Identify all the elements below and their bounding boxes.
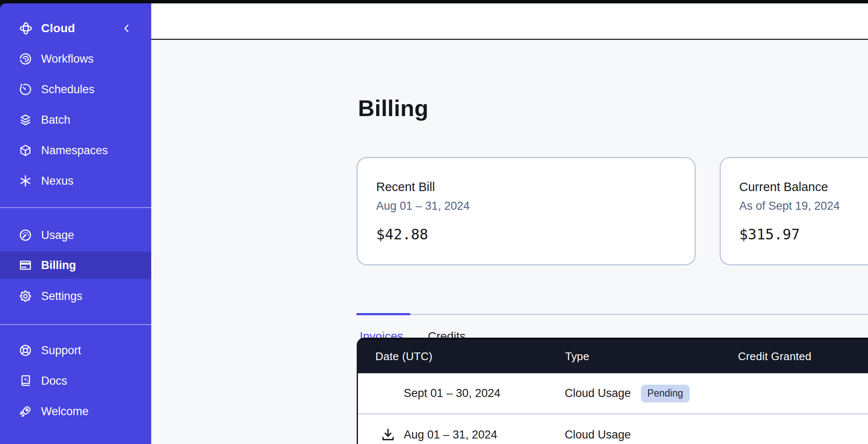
- column-header-credit: Credit Granted: [738, 339, 811, 373]
- invoice-type-cell: Cloud Usage Pending: [565, 373, 690, 413]
- top-bar: [151, 3, 868, 39]
- sidebar-item-namespaces[interactable]: Namespaces: [0, 137, 151, 164]
- settings-gear-icon: [19, 289, 32, 303]
- current-balance-card: Current Balance As of Sept 19, 2024 $315…: [720, 157, 868, 265]
- tab-track: [356, 314, 868, 315]
- status-badge: Pending: [641, 385, 689, 402]
- sidebar-item-label: Batch: [41, 114, 70, 127]
- sidebar-item-schedules[interactable]: Schedules: [0, 76, 151, 103]
- sidebar-item-nexus[interactable]: Nexus: [0, 167, 151, 194]
- chevron-left-icon: [121, 22, 133, 36]
- nexus-asterisk-icon: [19, 174, 32, 188]
- sidebar-divider: [0, 324, 151, 325]
- sidebar-item-docs[interactable]: Docs: [0, 367, 151, 394]
- sidebar-item-label: Billing: [41, 259, 76, 272]
- billing-page: Billing Recent Bill Aug 01 – 31, 2024 $4…: [151, 40, 868, 444]
- sidebar-item-label: Workflows: [41, 53, 94, 66]
- invoice-type: Cloud Usage: [565, 387, 631, 400]
- table-row: Aug 01 – 31, 2024 Cloud Usage: [358, 414, 868, 444]
- table-row: Sept 01 – 30, 2024 Cloud Usage Pending: [358, 373, 868, 414]
- sidebar-item-support[interactable]: Support: [0, 337, 151, 364]
- batch-layers-icon: [19, 113, 32, 127]
- download-icon: [380, 438, 396, 444]
- sidebar-item-batch[interactable]: Batch: [0, 106, 151, 133]
- table-body: Sept 01 – 30, 2024 Cloud Usage Pending: [357, 373, 868, 444]
- sidebar-item-label: Settings: [41, 290, 83, 303]
- card-amount: $315.97: [739, 226, 868, 243]
- workflows-spiral-icon: [19, 52, 32, 66]
- page-title: Billing: [358, 95, 428, 121]
- invoice-date: Sept 01 – 30, 2024: [404, 373, 500, 413]
- sidebar-item-workflows[interactable]: Workflows: [0, 45, 151, 72]
- active-tab-indicator: [356, 313, 410, 315]
- recent-bill-card: Recent Bill Aug 01 – 31, 2024 $42.88: [357, 157, 696, 265]
- table-header: Date (UTC) Type Credit Granted: [357, 338, 868, 373]
- card-amount: $42.88: [376, 226, 676, 243]
- welcome-rocket-icon: [19, 405, 32, 418]
- column-header-date: Date (UTC): [375, 339, 433, 373]
- sidebar-item-label: Schedules: [41, 83, 94, 96]
- card-period: As of Sept 19, 2024: [739, 199, 868, 213]
- invoice-date: Aug 01 – 31, 2024: [404, 414, 497, 444]
- sidebar-item-label: Nexus: [41, 175, 74, 188]
- sidebar-item-label: Docs: [41, 375, 67, 388]
- sidebar-collapse-button[interactable]: [119, 21, 134, 36]
- sidebar-item-usage[interactable]: Usage: [0, 222, 151, 249]
- card-period: Aug 01 – 31, 2024: [376, 199, 676, 213]
- brand-label: Cloud: [41, 22, 75, 35]
- sidebar-brand: Cloud: [0, 16, 151, 41]
- sidebar-item-label: Namespaces: [41, 144, 108, 157]
- temporal-logo-icon: [19, 21, 33, 36]
- sidebar-item-settings[interactable]: Settings: [0, 283, 151, 310]
- column-header-type: Type: [565, 339, 589, 373]
- schedules-timer-icon: [19, 83, 32, 96]
- invoice-type: Cloud Usage: [565, 428, 631, 441]
- support-lifebuoy-icon: [19, 344, 32, 357]
- sidebar-item-label: Support: [41, 344, 81, 357]
- invoice-type-cell: Cloud Usage: [565, 414, 631, 444]
- usage-gauge-icon: [19, 228, 32, 242]
- card-title: Current Balance: [739, 179, 868, 194]
- card-title: Recent Bill: [376, 179, 676, 194]
- sidebar: Cloud Workflows Sche: [0, 3, 151, 444]
- sidebar-divider: [0, 207, 151, 208]
- invoices-table: Date (UTC) Type Credit Granted Sept 01 –…: [357, 338, 868, 444]
- billing-card-icon: [19, 258, 32, 272]
- download-invoice-button[interactable]: [380, 427, 396, 443]
- sidebar-item-label: Usage: [41, 229, 74, 242]
- sidebar-item-welcome[interactable]: Welcome: [0, 398, 151, 425]
- sidebar-item-label: Welcome: [41, 405, 89, 418]
- namespaces-cube-icon: [19, 144, 32, 157]
- sidebar-item-billing[interactable]: Billing: [0, 252, 151, 279]
- docs-book-icon: [19, 374, 32, 388]
